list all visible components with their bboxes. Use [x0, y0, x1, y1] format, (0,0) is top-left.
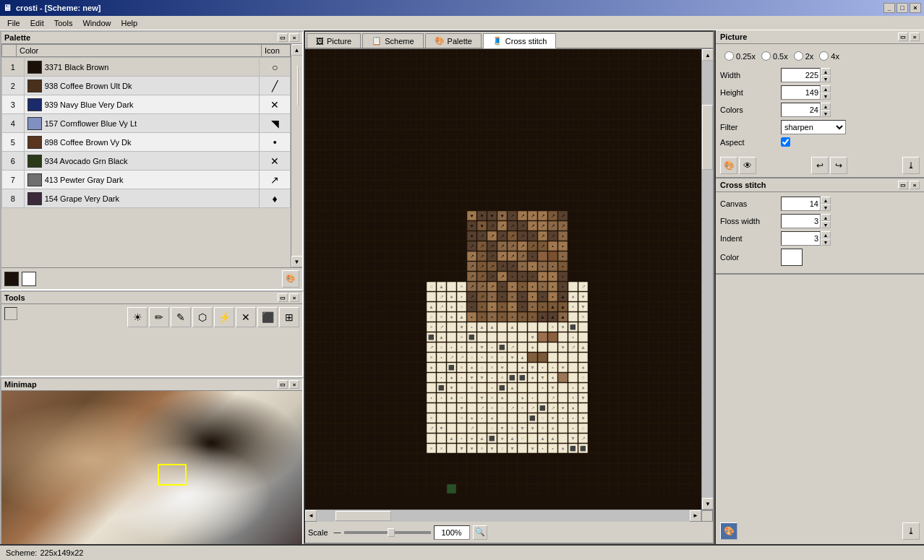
- zoom-05[interactable]: 0.5x: [761, 51, 788, 61]
- row-number: 6: [2, 152, 25, 171]
- tools-title: Tools: [4, 293, 25, 302]
- flosswidth-down[interactable]: ▼: [821, 221, 831, 228]
- indent-down[interactable]: ▼: [821, 238, 831, 246]
- scale-minus[interactable]: —: [334, 528, 341, 536]
- foreground-color[interactable]: [4, 272, 19, 286]
- indent-input[interactable]: [781, 231, 821, 246]
- tool-hue[interactable]: ☀: [127, 307, 147, 327]
- scale-slider[interactable]: [344, 531, 431, 534]
- canvas-down[interactable]: ▼: [821, 204, 831, 211]
- maximize-button[interactable]: □: [897, 3, 908, 13]
- tool-brush[interactable]: ✎: [171, 307, 191, 327]
- colors-up[interactable]: ▲: [821, 103, 831, 110]
- canvas-scroll-up[interactable]: ▲: [702, 49, 713, 61]
- color-swatch[interactable]: [781, 249, 803, 266]
- height-row: Height ▲ ▼: [720, 85, 920, 100]
- palette-icon-btn[interactable]: 🎨: [720, 157, 737, 174]
- scale-value[interactable]: 100%: [434, 525, 470, 540]
- picture-section: Picture ▭ × 0.25x 0.5x 2x: [716, 30, 924, 178]
- colors-label: Colors: [720, 105, 778, 114]
- width-up[interactable]: ▲: [821, 68, 831, 75]
- zoom-4[interactable]: 4x: [819, 51, 839, 61]
- tools-restore-button[interactable]: ▭: [278, 293, 288, 302]
- canvas-hscroll[interactable]: ◄ ►: [305, 509, 713, 521]
- zoom-025[interactable]: 0.25x: [724, 51, 756, 61]
- zoom-2[interactable]: 2x: [794, 51, 814, 61]
- flosswidth-spinbox: ▲ ▼: [781, 214, 831, 228]
- height-input[interactable]: [781, 85, 821, 100]
- close-button[interactable]: ×: [910, 3, 921, 13]
- filter-select[interactable]: sharpen none blur: [781, 120, 846, 134]
- palette-color-button[interactable]: 🎨: [282, 270, 299, 288]
- palette-restore-button[interactable]: ▭: [278, 33, 288, 42]
- cs-restore-btn[interactable]: ▭: [898, 181, 908, 189]
- aspect-checkbox[interactable]: [781, 137, 790, 147]
- zoom-2-radio[interactable]: [794, 51, 803, 61]
- minimap-restore-button[interactable]: ▭: [278, 380, 288, 389]
- canvas-scroll-down[interactable]: ▼: [702, 498, 713, 509]
- table-row[interactable]: 8 154 Grape Very Dark ♦: [2, 189, 291, 208]
- palette-close-button[interactable]: ×: [289, 33, 299, 42]
- table-row[interactable]: 3 939 Navy Blue Very Dark ✕: [2, 95, 291, 114]
- table-row[interactable]: 7 413 Pewter Gray Dark ↗: [2, 171, 291, 189]
- colors-down[interactable]: ▼: [821, 110, 831, 117]
- canvas-scroll-left[interactable]: ◄: [305, 510, 317, 522]
- minimap-close-button[interactable]: ×: [289, 380, 299, 389]
- menu-help[interactable]: Help: [117, 17, 142, 29]
- redo-icon-btn[interactable]: ↪: [830, 157, 847, 174]
- scroll-up-arrow[interactable]: ▲: [291, 44, 303, 56]
- tool-eraser[interactable]: ✕: [236, 307, 256, 327]
- colors-input[interactable]: [781, 103, 821, 117]
- canvas-input[interactable]: [781, 197, 821, 211]
- menu-window[interactable]: Window: [78, 17, 115, 29]
- zoom-05-radio[interactable]: [761, 51, 771, 61]
- zoom-4-radio[interactable]: [819, 51, 829, 61]
- tool-grid[interactable]: ⊞: [279, 307, 299, 327]
- cs-close-btn[interactable]: ×: [910, 181, 920, 189]
- canvas-vscroll[interactable]: ▲ ▼: [701, 49, 713, 509]
- eye-icon-btn[interactable]: 👁: [739, 157, 756, 174]
- background-color[interactable]: [22, 272, 36, 286]
- width-down[interactable]: ▼: [821, 75, 831, 82]
- table-row[interactable]: 2 938 Coffee Brown Ult Dk ╱: [2, 77, 291, 95]
- zoom-fit-button[interactable]: 🔍: [473, 525, 487, 540]
- right-panel: Picture ▭ × 0.25x 0.5x 2x: [714, 30, 924, 544]
- canvas-scroll-right[interactable]: ►: [690, 510, 701, 522]
- table-row[interactable]: 6 934 Avocado Grn Black ✕: [2, 152, 291, 171]
- height-up[interactable]: ▲: [821, 85, 831, 92]
- tool-fill[interactable]: ⬡: [192, 307, 213, 327]
- scroll-down-arrow[interactable]: ▼: [291, 256, 303, 267]
- undo-icon-btn[interactable]: ↩: [811, 157, 829, 174]
- table-row[interactable]: 5 898 Coffee Brown Vy Dk •: [2, 133, 291, 152]
- export-icon-btn[interactable]: ⤓: [902, 157, 920, 174]
- tool-select[interactable]: ⚡: [214, 307, 234, 327]
- zoom-025-radio[interactable]: [724, 51, 734, 61]
- palette-scrollbar[interactable]: ▲ ▼: [291, 44, 302, 267]
- picture-restore-btn[interactable]: ▭: [898, 33, 908, 41]
- tools-close-button[interactable]: ×: [289, 293, 299, 302]
- menu-edit[interactable]: Edit: [26, 17, 48, 29]
- indent-up[interactable]: ▲: [821, 231, 831, 238]
- tool-pencil[interactable]: ✏: [149, 307, 169, 327]
- cs-palette-btn[interactable]: 🎨: [720, 522, 737, 540]
- minimap-title: Minimap: [4, 380, 37, 389]
- tab-picture[interactable]: 🖼 Picture: [307, 33, 361, 48]
- tool-checkbox[interactable]: [4, 307, 17, 320]
- canvas-area[interactable]: ▲ ▼: [305, 49, 713, 509]
- table-row[interactable]: 4 157 Cornflower Blue Vy Lt ◥: [2, 114, 291, 133]
- tab-palette[interactable]: 🎨 Palette: [425, 33, 482, 48]
- flosswidth-input[interactable]: [781, 214, 821, 228]
- tool-rect[interactable]: ⬛: [257, 307, 278, 327]
- menu-tools[interactable]: Tools: [50, 17, 77, 29]
- cs-export-btn[interactable]: ⤓: [902, 522, 920, 540]
- height-down[interactable]: ▼: [821, 92, 831, 100]
- minimize-button[interactable]: _: [884, 3, 895, 13]
- picture-close-btn[interactable]: ×: [910, 33, 920, 41]
- canvas-up[interactable]: ▲: [821, 197, 831, 204]
- tab-scheme[interactable]: 📋 Scheme: [362, 33, 423, 48]
- tab-crossstitch[interactable]: 🧵 Cross stitch: [483, 33, 556, 48]
- flosswidth-up[interactable]: ▲: [821, 214, 831, 221]
- table-row[interactable]: 1 3371 Black Brown ○: [2, 58, 291, 77]
- width-input[interactable]: [781, 68, 821, 82]
- menu-file[interactable]: File: [3, 17, 25, 29]
